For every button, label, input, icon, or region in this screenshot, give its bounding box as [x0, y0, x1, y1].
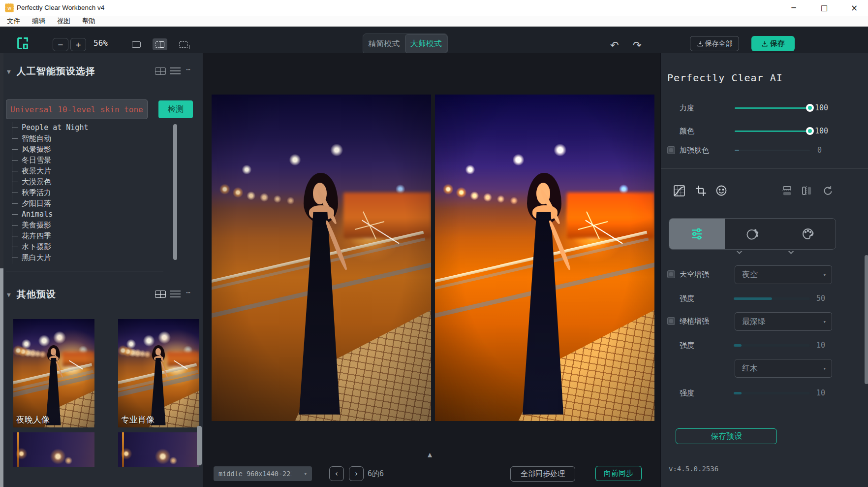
preset-item[interactable]: 秋季活力 [7, 187, 169, 198]
list-view-icon[interactable] [170, 67, 181, 75]
collapse-arrow-icon[interactable]: ▼ [7, 291, 11, 298]
section-divider [6, 271, 163, 271]
face-retouch-button[interactable] [715, 184, 728, 197]
undo-icon[interactable]: ↶ [610, 39, 619, 51]
chevron-down-icon: ▾ [304, 471, 307, 477]
preset-item[interactable]: 版式大片 [7, 263, 169, 264]
tree-scrollbar[interactable] [173, 124, 177, 260]
zoom-in-button[interactable]: + [70, 38, 86, 51]
preset-item[interactable]: 夜景大片 [7, 165, 169, 176]
menu-view[interactable]: 视图 [57, 17, 70, 26]
menu-file[interactable]: 文件 [7, 17, 20, 26]
wood-strength-value: 10 [816, 389, 825, 397]
skin-enhance-checkbox[interactable] [667, 146, 675, 154]
preset-item[interactable]: 美食摄影 [7, 220, 169, 230]
greenery-type-dropdown[interactable]: 最深绿 ▾ [735, 312, 832, 331]
skin-slider[interactable] [735, 150, 810, 151]
side-by-side-view-button[interactable] [176, 38, 191, 50]
window-title: Perfectly Clear Workbench v4 [17, 4, 104, 11]
sync-all-button[interactable]: 全部同步处理 [510, 466, 575, 482]
greenery-strength-slider[interactable] [734, 344, 810, 347]
preset-thumbnail-pro-portrait[interactable]: 专业肖像 [118, 319, 199, 427]
color-slider-thumb[interactable] [806, 127, 814, 135]
preset-item[interactable]: 大漠景色 [7, 176, 169, 187]
thumbnail-label: 专业肖像 [121, 414, 155, 425]
grid-view-icon[interactable] [155, 67, 166, 75]
menu-edit[interactable]: 编辑 [32, 17, 45, 26]
detect-button[interactable]: 检测 [158, 100, 193, 118]
panel-scrollbar[interactable] [865, 255, 868, 384]
chevron-down-icon: ▾ [823, 272, 826, 278]
preset-item[interactable]: 冬日雪景 [7, 155, 169, 165]
grid-view-icon[interactable] [155, 291, 166, 298]
expand-filmstrip-icon[interactable]: ▲ [428, 450, 432, 459]
preset-item[interactable]: Animals [7, 209, 169, 220]
flip-vertical-icon [781, 185, 793, 196]
minimize-button[interactable]: ─ [780, 0, 807, 16]
zoom-out-button[interactable]: − [53, 38, 68, 51]
left-scrollbar-thumb[interactable] [0, 268, 3, 487]
menu-help[interactable]: 帮助 [82, 17, 95, 26]
more-options-icon[interactable]: ⋯ [186, 65, 191, 74]
strength-slider[interactable] [735, 107, 810, 109]
flip-horizontal-button[interactable] [800, 184, 813, 197]
preset-item[interactable]: 夕阳日落 [7, 198, 169, 209]
preset-item[interactable]: 水下摄影 [7, 241, 169, 252]
single-view-button[interactable] [129, 38, 144, 50]
sky-strength-slider[interactable] [734, 297, 810, 300]
tab-sliders[interactable] [669, 219, 725, 249]
close-button[interactable]: × [840, 0, 868, 16]
crop-button[interactable] [694, 184, 707, 197]
color-slider[interactable] [735, 130, 810, 132]
strength-label: 力度 [680, 103, 694, 113]
tab-simple-mode[interactable]: 精简模式 [363, 34, 405, 54]
thumbnail-label: 夜晚人像 [16, 414, 50, 425]
preset-thumbnail[interactable] [13, 432, 94, 467]
previous-image-button[interactable]: ‹ [329, 466, 344, 481]
preset-item[interactable]: People at Night [7, 122, 169, 133]
after-photo[interactable] [435, 95, 654, 421]
before-photo[interactable] [212, 95, 431, 421]
sky-type-dropdown[interactable]: 夜空 ▾ [735, 265, 832, 284]
redo-icon[interactable]: ↷ [633, 39, 642, 51]
sync-forward-button[interactable]: 向前同步 [595, 466, 642, 481]
chevron-fragment-icon [735, 251, 743, 255]
flip-vertical-button[interactable] [780, 184, 793, 197]
tab-master-mode[interactable]: 大师模式 [405, 34, 448, 54]
next-image-button[interactable]: › [349, 466, 364, 481]
wood-strength-slider[interactable] [734, 392, 810, 394]
color-value: 100 [815, 127, 828, 135]
maximize-button[interactable]: □ [810, 0, 838, 16]
preset-item[interactable]: 黑白大片 [7, 252, 169, 263]
sky-enhance-checkbox[interactable] [667, 270, 675, 278]
preset-thumbnail-night-portrait[interactable]: 夜晚人像 [13, 319, 94, 427]
preset-item[interactable]: 风景摄影 [7, 144, 169, 155]
presets-panel: ▼ 人工智能预设选择 ⋯ Universal 10-level skin ton… [0, 53, 203, 487]
preset-thumbnail[interactable] [118, 432, 199, 467]
save-button[interactable]: 保存 [751, 36, 795, 51]
curves-icon [673, 185, 685, 197]
filename-dropdown[interactable]: middle_960x1440-22303 ▾ [214, 466, 312, 481]
list-view-icon[interactable] [170, 291, 181, 298]
more-options-icon[interactable]: ⋯ [186, 288, 191, 297]
strength-slider-thumb[interactable] [806, 104, 814, 112]
curves-button[interactable] [673, 184, 685, 197]
collapse-arrow-icon[interactable]: ▼ [7, 68, 11, 75]
tab-face-ai[interactable] [725, 219, 780, 249]
split-view-button[interactable] [153, 38, 167, 50]
preset-search-input[interactable]: Universal 10-level skin tone [6, 99, 148, 119]
wood-type-dropdown[interactable]: 红木 ▾ [735, 359, 832, 378]
save-preset-button[interactable]: 保存预设 [676, 428, 777, 444]
preset-item[interactable]: 花卉四季 [7, 230, 169, 241]
greenery-enhance-checkbox[interactable] [667, 317, 675, 325]
panel-scrollbar[interactable] [197, 426, 202, 465]
tab-color-styles[interactable] [780, 219, 836, 249]
preset-search-value: Universal 10-level skin tone [6, 105, 143, 114]
titlebar: w Perfectly Clear Workbench v4 ─ □ × [0, 0, 868, 16]
adjustments-panel: Perfectly Clear AI 力度 100 颜色 100 加强肤色 0 [660, 53, 868, 487]
rotate-button[interactable] [821, 184, 834, 197]
save-all-button[interactable]: 保存全部 [690, 36, 739, 51]
panel-divider [661, 168, 868, 169]
filename-text: middle_960x1440-22303 [214, 470, 291, 478]
preset-item[interactable]: 智能自动 [7, 133, 169, 144]
